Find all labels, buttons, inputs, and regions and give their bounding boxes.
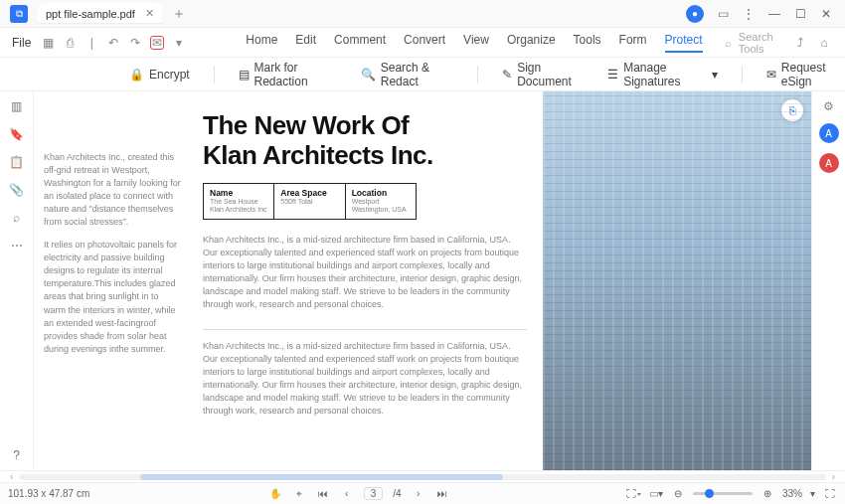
search-tools[interactable]: ⌕ Search Tools xyxy=(723,31,793,55)
document-viewport[interactable]: Khan Architects Inc., created this off-g… xyxy=(34,91,811,470)
find-icon[interactable]: ⌕ xyxy=(10,211,24,225)
next-page-icon[interactable]: › xyxy=(412,487,425,501)
maximize-button[interactable]: ☐ xyxy=(793,7,807,21)
tab-tools[interactable]: Tools xyxy=(574,33,601,53)
email-icon[interactable]: ✉ xyxy=(150,36,164,50)
tab-convert[interactable]: Convert xyxy=(404,33,445,53)
meta-area-h: Area Space xyxy=(280,188,338,198)
horizontal-scrollbar[interactable]: ‹ › xyxy=(0,470,845,482)
body-paragraph-1: Khan Architects Inc., is a mid-sized arc… xyxy=(203,234,527,311)
request-esign-button[interactable]: ✉Request eSign xyxy=(766,61,845,88)
tab-organize[interactable]: Organize xyxy=(507,33,556,53)
fit-width-icon[interactable]: ⛶▾ xyxy=(627,487,641,501)
zoom-out-icon[interactable]: ⊖ xyxy=(671,487,685,501)
meta-loc-s: Westport Washington, USA xyxy=(352,198,410,215)
ai-badge-icon[interactable]: A xyxy=(819,123,839,143)
menu-tabs: Home Edit Comment Convert View Organize … xyxy=(246,33,702,53)
titlebar: ⧉ ppt file-sample.pdf ✕ ＋ ● ▭ ⋮ — ☐ ✕ xyxy=(0,0,845,28)
tab-edit[interactable]: Edit xyxy=(295,33,316,53)
divider xyxy=(214,66,215,84)
zoom-value: 33% xyxy=(782,488,802,499)
page-share-badge[interactable]: ⎘ xyxy=(781,99,803,121)
divider-icon: | xyxy=(84,36,98,50)
meta-area-s: 550ft Total xyxy=(280,198,338,206)
tab-view[interactable]: View xyxy=(463,33,489,53)
attachment-icon[interactable]: 📎 xyxy=(10,183,24,197)
page-total: /4 xyxy=(393,488,401,499)
chevron-down-icon[interactable]: ▾ xyxy=(172,36,186,50)
encrypt-label: Encrypt xyxy=(149,68,190,82)
home-icon[interactable]: ⌂ xyxy=(817,36,831,50)
meta-location: LocationWestport Washington, USA xyxy=(346,184,416,219)
search-redact-icon: 🔍 xyxy=(361,68,376,82)
left-paragraph-2: It relies on photovoltaic panels for ele… xyxy=(44,239,183,355)
thumbnails-icon[interactable]: ▥ xyxy=(10,99,24,113)
search-redact-button[interactable]: 🔍Search & Redact xyxy=(361,61,454,88)
scroll-track[interactable] xyxy=(19,474,825,480)
minimize-button[interactable]: — xyxy=(767,7,781,21)
section-rule xyxy=(203,329,527,330)
divider xyxy=(477,66,478,84)
zoom-in-icon[interactable]: ⊕ xyxy=(760,487,774,501)
redo-icon[interactable]: ↷ xyxy=(128,36,142,50)
document-tab[interactable]: ppt file-sample.pdf ✕ xyxy=(38,3,162,24)
search-icon: ⌕ xyxy=(723,36,735,50)
window-menu-icon[interactable]: ▭ xyxy=(716,7,730,21)
searchredact-label: Search & Redact xyxy=(381,61,454,88)
divider xyxy=(742,66,743,84)
bookmark-icon[interactable]: 🔖 xyxy=(10,127,24,141)
scroll-right-icon[interactable]: › xyxy=(832,471,835,482)
save-icon[interactable]: ▦ xyxy=(41,36,55,50)
statusbar: 101.93 x 47.87 cm ✋ ⌖ ⏮ ‹ 3/4 › ⏭ ⛶▾ ▭▾ … xyxy=(0,482,845,504)
page-cur: 3 xyxy=(371,488,377,499)
tab-comment[interactable]: Comment xyxy=(334,33,386,53)
zoom-slider[interactable] xyxy=(693,492,753,495)
page-number-input[interactable]: 3 xyxy=(364,487,384,500)
scroll-thumb[interactable] xyxy=(140,474,503,480)
close-window-button[interactable]: ✕ xyxy=(819,7,833,21)
tab-protect[interactable]: Protect xyxy=(665,33,703,53)
zoom-chevron-icon[interactable]: ▾ xyxy=(810,488,815,499)
tab-title: ppt file-sample.pdf xyxy=(46,8,135,20)
page-center-column: The New Work Of Klan Architects Inc. Nam… xyxy=(193,91,543,470)
scroll-left-icon[interactable]: ‹ xyxy=(10,471,13,482)
kebab-menu-icon[interactable]: ⋮ xyxy=(742,7,756,21)
hand-tool-icon[interactable]: ✋ xyxy=(268,487,282,501)
title-line1: The New Work Of xyxy=(203,110,409,140)
manage-label: Manage Signatures xyxy=(623,61,707,88)
select-tool-icon[interactable]: ⌖ xyxy=(292,487,306,501)
first-page-icon[interactable]: ⏮ xyxy=(316,487,330,501)
prev-page-icon[interactable]: ‹ xyxy=(340,487,354,501)
mark-redaction-button[interactable]: ▤Mark for Redaction xyxy=(239,61,337,88)
annotate-badge-icon[interactable]: A xyxy=(819,153,839,173)
tab-home[interactable]: Home xyxy=(246,33,277,53)
title-line2: Klan Architects Inc. xyxy=(203,140,433,170)
undo-icon[interactable]: ↶ xyxy=(106,36,120,50)
fullscreen-icon[interactable]: ⛶ xyxy=(823,487,837,501)
meta-name-h: Name xyxy=(210,188,267,198)
print-icon[interactable]: ⎙ xyxy=(63,36,77,50)
search-placeholder: Search Tools xyxy=(739,31,793,55)
sign-document-button[interactable]: ✎Sign Document xyxy=(502,61,584,88)
file-menu[interactable]: File xyxy=(6,36,37,50)
app-icon: ⧉ xyxy=(10,5,28,23)
esign-icon: ✉ xyxy=(766,68,776,82)
manage-signatures-button[interactable]: ☰Manage Signatures▾ xyxy=(607,61,718,88)
menubar: File ▦ ⎙ | ↶ ↷ ✉ ▾ Home Edit Comment Con… xyxy=(0,28,845,58)
clipboard-icon[interactable]: 📋 xyxy=(10,155,24,169)
last-page-icon[interactable]: ⏭ xyxy=(435,487,449,501)
sign-icon: ✎ xyxy=(502,68,512,82)
user-avatar-icon[interactable]: ● xyxy=(686,5,704,23)
encrypt-button[interactable]: 🔒Encrypt xyxy=(129,68,190,82)
share-icon[interactable]: ⤴ xyxy=(793,36,807,50)
signatures-icon: ☰ xyxy=(607,68,618,82)
right-sidebar: ⚙ A A xyxy=(811,91,845,470)
tab-form[interactable]: Form xyxy=(619,33,647,53)
new-tab-button[interactable]: ＋ xyxy=(172,5,186,23)
settings-icon[interactable]: ⚙ xyxy=(822,99,836,113)
fit-page-icon[interactable]: ▭▾ xyxy=(649,487,663,501)
ribbon-protect: 🔒Encrypt ▤Mark for Redaction 🔍Search & R… xyxy=(0,58,845,91)
help-icon[interactable]: ? xyxy=(10,448,24,462)
close-tab-icon[interactable]: ✕ xyxy=(145,7,154,20)
more-icon[interactable]: ⋯ xyxy=(10,239,24,252)
